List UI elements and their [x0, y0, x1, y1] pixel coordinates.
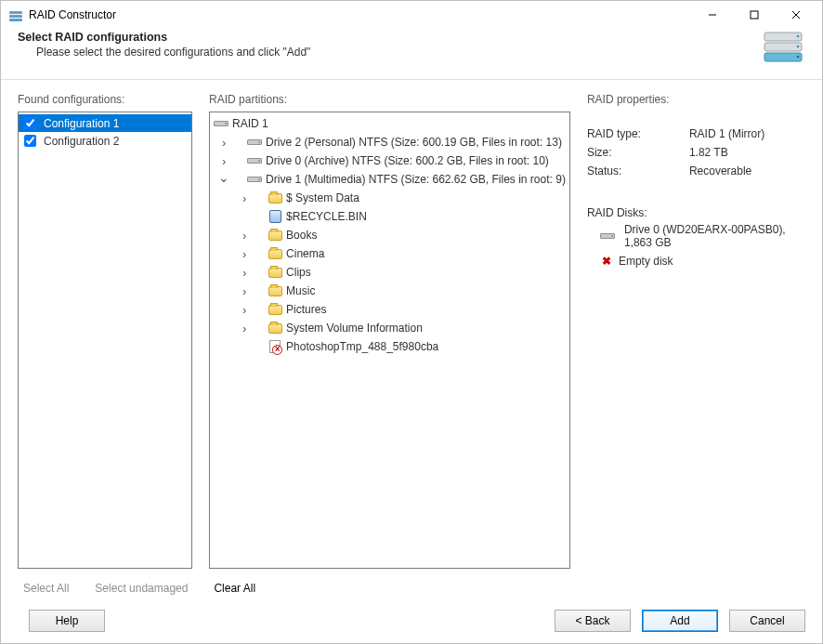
tree-root-label: RAID 1: [232, 117, 268, 130]
maximize-button[interactable]: [733, 2, 775, 29]
raid-partitions-column: RAID partitions: RAID 1 Drive 2 (Persona…: [209, 93, 570, 569]
chevron-right-icon[interactable]: [217, 136, 230, 149]
svg-rect-2: [9, 19, 22, 21]
svg-rect-7: [764, 33, 802, 41]
tree-drive-expanded[interactable]: Drive 1 (Multimedia) NTFS (Size: 662.62 …: [214, 170, 566, 189]
tree-folder-label: Clips: [286, 266, 311, 279]
chevron-right-icon[interactable]: [238, 266, 251, 279]
config-checkbox[interactable]: [24, 135, 36, 147]
tree-file-label: PhotoshopTmp_488_5f980cba: [286, 340, 438, 353]
tree-folder-label: System Volume Information: [286, 322, 423, 335]
found-configs-label: Found configurations:: [18, 93, 192, 112]
tree-folder-label: $ System Data: [286, 191, 359, 204]
tree-folder[interactable]: System Volume Information: [214, 319, 566, 337]
prop-key: RAID type:: [587, 127, 689, 140]
svg-rect-8: [764, 43, 802, 51]
wizard-title: Select RAID configurations: [18, 31, 750, 44]
hdd-icon: [247, 153, 262, 168]
window-controls: [691, 2, 816, 29]
tree-folder-label: Pictures: [286, 303, 326, 316]
help-button[interactable]: Help: [29, 610, 105, 632]
config-label: Configuration 1: [44, 117, 119, 130]
chevron-right-icon[interactable]: [238, 247, 251, 260]
svg-point-12: [797, 56, 800, 59]
wizard-description: Please select the desired configurations…: [18, 44, 750, 59]
disks-stack-icon: [761, 31, 805, 68]
disk-missing-icon: ✖: [600, 255, 613, 268]
tree-drive[interactable]: Drive 2 (Personal) NTFS (Size: 600.19 GB…: [214, 133, 566, 151]
tree-root[interactable]: RAID 1: [214, 114, 566, 133]
svg-rect-0: [9, 11, 22, 14]
svg-rect-9: [764, 53, 802, 61]
svg-point-11: [797, 46, 800, 48]
config-label: Configuration 2: [44, 135, 119, 148]
hdd-icon: [247, 172, 262, 187]
chevron-right-icon[interactable]: [238, 191, 251, 204]
raid-partitions-tree[interactable]: RAID 1 Drive 2 (Personal) NTFS (Size: 60…: [209, 112, 570, 569]
hdd-icon: [600, 229, 615, 243]
config-checkbox[interactable]: [24, 117, 36, 129]
close-button[interactable]: [775, 2, 816, 29]
tree-drive[interactable]: Drive 0 (Archive) NTFS (Size: 600.2 GB, …: [214, 151, 566, 170]
raid-properties-column: RAID properties: RAID type:RAID 1 (Mirro…: [587, 93, 805, 569]
chevron-down-icon[interactable]: [217, 173, 230, 186]
folder-icon: [268, 191, 282, 205]
found-configs-list[interactable]: Configuration 1 Configuration 2: [18, 112, 192, 569]
prop-key: Status:: [587, 164, 689, 177]
back-button[interactable]: < Back: [555, 610, 631, 632]
select-undamaged-link[interactable]: Select undamaged: [95, 582, 188, 595]
config-item-2[interactable]: Configuration 2: [19, 132, 191, 150]
svg-rect-1: [9, 15, 22, 18]
tree-folder[interactable]: Pictures: [214, 300, 566, 319]
clear-all-link[interactable]: Clear All: [214, 582, 255, 595]
tree-folder[interactable]: $RECYCLE.BIN: [214, 207, 566, 226]
select-all-link[interactable]: Select All: [23, 582, 69, 595]
config-item-1[interactable]: Configuration 1: [19, 114, 191, 132]
tree-file[interactable]: PhotoshopTmp_488_5f980cba: [214, 337, 566, 356]
raid-disk-label: Drive 0 (WD20EARX-00PASB0), 1,863 GB: [624, 223, 805, 249]
selection-actions: Select All Select undamaged Clear All: [1, 576, 822, 600]
found-configs-column: Found configurations: Configuration 1 Co…: [18, 93, 192, 569]
wizard-header: Select RAID configurations Please select…: [1, 29, 822, 80]
folder-icon: [268, 283, 282, 298]
chevron-right-icon[interactable]: [217, 154, 230, 167]
raid-properties-label: RAID properties:: [587, 93, 805, 112]
folder-icon: [268, 228, 282, 243]
folder-icon: [268, 321, 282, 335]
chevron-right-icon[interactable]: [238, 284, 251, 297]
raid-partitions-label: RAID partitions:: [209, 93, 570, 112]
app-window: RAID Constructor Select RAID configurati…: [0, 0, 823, 644]
folder-icon: [268, 265, 282, 280]
add-button[interactable]: Add: [642, 610, 718, 632]
hdd-icon: [247, 135, 262, 150]
window-title: RAID Constructor: [8, 7, 691, 22]
titlebar[interactable]: RAID Constructor: [1, 1, 822, 29]
minimize-button[interactable]: [691, 2, 733, 29]
tree-folder[interactable]: $ System Data: [214, 189, 566, 207]
recycle-bin-icon: [268, 209, 282, 224]
folder-icon: [268, 302, 282, 317]
tree-folder[interactable]: Music: [214, 282, 566, 300]
file-error-icon: [268, 339, 282, 354]
tree-folder-label: Cinema: [286, 247, 324, 260]
raid-disks-label: RAID Disks:: [587, 206, 805, 219]
tree-folder[interactable]: Clips: [214, 263, 566, 282]
tree-folder[interactable]: Cinema: [214, 244, 566, 263]
tree-drive-label: Drive 0 (Archive) NTFS (Size: 600.2 GB, …: [266, 154, 549, 167]
prop-value: Recoverable: [689, 164, 805, 177]
tree-folder-label: Books: [286, 229, 317, 242]
tree-folder-label: Music: [286, 284, 315, 297]
chevron-right-icon[interactable]: [238, 303, 251, 316]
raid-disk-item-empty: ✖ Empty disk: [587, 251, 805, 269]
prop-value: RAID 1 (Mirror): [689, 127, 805, 140]
content-area: Found configurations: Configuration 1 Co…: [1, 80, 822, 576]
raid-disk-item: Drive 0 (WD20EARX-00PASB0), 1,863 GB: [587, 219, 805, 251]
svg-point-10: [797, 35, 800, 38]
cancel-button[interactable]: Cancel: [729, 610, 805, 632]
svg-rect-4: [751, 11, 758, 19]
chevron-right-icon[interactable]: [238, 229, 251, 242]
prop-key: Size:: [587, 146, 689, 159]
tree-folder[interactable]: Books: [214, 226, 566, 244]
tree-drive-label: Drive 2 (Personal) NTFS (Size: 600.19 GB…: [266, 136, 562, 149]
chevron-right-icon[interactable]: [238, 322, 251, 335]
